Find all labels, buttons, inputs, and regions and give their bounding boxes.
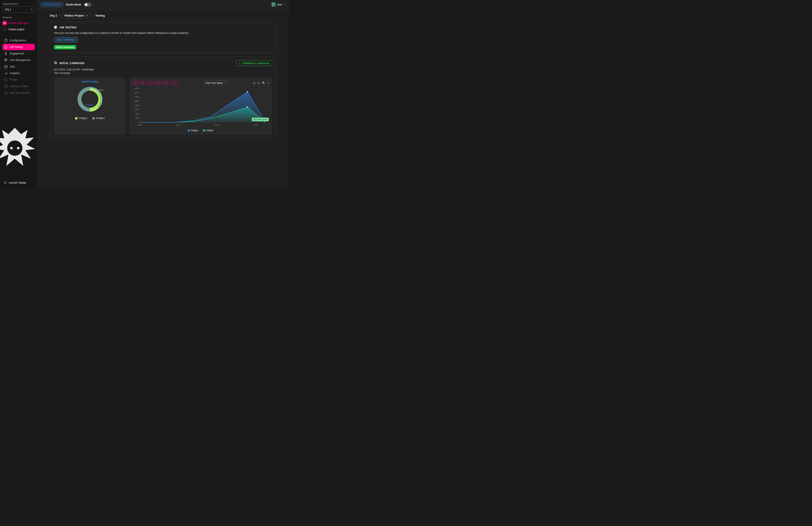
breadcrumb-project-selector[interactable]: Roblox Project ⇅: [62, 13, 90, 18]
nav-label: Engagement: [10, 52, 24, 55]
org-selected-text: Org 1: [5, 8, 11, 11]
metric-selector[interactable]: Total Time Spent ⇅: [203, 81, 229, 85]
project-name: Roblox Application: [9, 22, 29, 25]
main-area: UPGRADE PLAN Studio Mode Dev ▼ Org 1 › R…: [37, 0, 289, 187]
pie-icon: [54, 25, 57, 29]
nav-beat-algorithm[interactable]: Beat the Algorithm: [2, 90, 35, 96]
nav-configurations[interactable]: Configurations: [2, 37, 35, 44]
copy-icon: [54, 61, 57, 65]
range-1m[interactable]: 1M: [147, 81, 153, 85]
nav-engagement[interactable]: Engagement: [2, 51, 35, 57]
campaign-timestamp: 9/17/2024, 3:08:23 PM - Indefinitely: [54, 68, 272, 71]
metric-label: Total Time Spent: [205, 82, 223, 84]
create-project-button[interactable]: + Create project: [2, 26, 35, 32]
org-selector[interactable]: Org 1 ⇅: [2, 6, 35, 13]
svg-text:10:00: 10:00: [137, 124, 142, 126]
zoom-out-icon[interactable]: ⊖: [258, 82, 260, 85]
chevron-right-icon: ›: [92, 14, 93, 17]
chevron-up-down-icon: ⇅: [86, 15, 88, 17]
chevron-right-icon: ›: [59, 14, 60, 17]
lion-logo: [0, 124, 36, 179]
range-all[interactable]: ALL: [172, 81, 179, 85]
thermometer-icon: [4, 52, 8, 55]
nav-label: Jobs: [10, 65, 15, 68]
nav-label: User Management: [10, 59, 31, 61]
breadcrumb-page: Testing: [95, 14, 105, 17]
svg-point-30: [247, 91, 248, 93]
partitions-card: PARTITIONS ⟶ 50.00% Config 1 Config 1 Co…: [54, 77, 126, 134]
avatar: [272, 2, 276, 7]
dot-icon: [188, 129, 190, 132]
content: Org 1 › Roblox Project ⇅ › Testing A/B T…: [37, 9, 289, 187]
add-campaign-button[interactable]: ADD CAMPAIGN: [54, 37, 77, 43]
range-ytd[interactable]: YTD: [163, 81, 170, 85]
ab-panel-header: A/B TESTING: [54, 25, 272, 29]
range-1d[interactable]: 1D: [132, 81, 138, 85]
svg-text:11:00: 11:00: [176, 124, 181, 126]
toggle-knob: [85, 3, 88, 6]
legend-item: Config 1: [188, 129, 199, 132]
projects-section: Projects RA Roblox Application + Create …: [2, 16, 35, 32]
donut-chart: [57, 85, 123, 113]
campaign-pill[interactable]: Initial Campaign: [54, 45, 76, 49]
terminate-campaign-button[interactable]: ✓ TERMINATE CAMPAIGN: [236, 60, 272, 66]
ab-panel-title: A/B TESTING: [59, 26, 77, 29]
user-menu[interactable]: Dev ▼: [272, 2, 286, 7]
legend-item: Config 1: [75, 117, 87, 119]
nav-label: A/B Testing: [10, 45, 23, 48]
svg-rect-10: [55, 62, 56, 63]
campaign-panel: INITIAL CAMPAIGN ✓ TERMINATE CAMPAIGN 9/…: [50, 57, 276, 138]
bar-chart-icon: [4, 72, 8, 75]
partitions-legend: Config 1 Config 2: [57, 117, 123, 119]
sidebar: Organizations Org 1 ⇅ Projects RA Roblox…: [0, 0, 37, 187]
nav-jobs[interactable]: Jobs: [2, 63, 35, 70]
nav-project[interactable]: Project: [2, 76, 35, 83]
project-item-active[interactable]: RA Roblox Application: [2, 20, 35, 26]
menu-icon[interactable]: ≡: [267, 82, 269, 85]
moon-icon: [4, 181, 7, 185]
svg-point-2: [6, 59, 7, 60]
svg-rect-3: [5, 66, 7, 68]
dot-icon: [203, 129, 205, 132]
nav-label: Datastore Editor: [10, 85, 28, 88]
create-project-label: Create project: [9, 28, 24, 31]
svg-text:0: 0: [138, 121, 139, 123]
beaker-icon: [4, 45, 8, 49]
search-icon[interactable]: 🔍: [262, 82, 265, 85]
project-avatar: RA: [2, 21, 7, 25]
primary-nav: Configurations A/B Testing Engagement Us…: [2, 37, 35, 96]
breadcrumb-org[interactable]: Org 1: [50, 14, 57, 17]
chart-legend: Config 1 Config 2: [132, 129, 269, 132]
color-theme-button[interactable]: COLOR THEME: [4, 181, 26, 185]
campaign-title: INITIAL CAMPAIGN: [59, 62, 84, 65]
terminate-label: TERMINATE CAMPAIGN: [243, 62, 269, 65]
svg-text:1000: 1000: [135, 113, 139, 115]
topbar: UPGRADE PLAN Studio Mode Dev ▼: [37, 0, 289, 9]
partitions-title: PARTITIONS: [57, 81, 123, 83]
chevron-up-down-icon: ⇅: [31, 9, 32, 11]
studio-mode-label: Studio Mode: [66, 3, 81, 6]
svg-text:12:00: 12:00: [214, 124, 219, 126]
check-icon: ✓: [239, 62, 241, 65]
svg-text:1500: 1500: [135, 109, 139, 111]
partition-pct-label: ⟶ 50.00%: [94, 89, 103, 91]
chart-card: 1D 7D 1M 6M YTD ALL Total Time Spent ⇅: [129, 77, 272, 134]
svg-text:13:00: 13:00: [253, 124, 258, 126]
zoom-in-icon[interactable]: ⊕: [253, 82, 256, 85]
nav-analytics[interactable]: Analytics: [2, 70, 35, 76]
upgrade-plan-button[interactable]: UPGRADE PLAN: [41, 2, 63, 7]
svg-text:2500: 2500: [135, 100, 139, 102]
studio-mode-toggle[interactable]: [84, 3, 91, 6]
range-7d[interactable]: 7D: [140, 81, 146, 85]
projects-label: Projects: [2, 16, 35, 19]
svg-text:2000: 2000: [135, 104, 139, 106]
swatch-icon: [92, 117, 95, 119]
chevron-up-down-icon: ⇅: [225, 82, 227, 84]
range-6m[interactable]: 6M: [155, 81, 161, 85]
target-icon: [4, 91, 8, 95]
nav-ab-testing[interactable]: A/B Testing: [2, 44, 35, 50]
nav-datastore[interactable]: Datastore Editor: [2, 83, 35, 89]
file-icon: [4, 39, 8, 42]
calendar-icon: [4, 65, 8, 68]
nav-user-management[interactable]: User Management: [2, 57, 35, 63]
